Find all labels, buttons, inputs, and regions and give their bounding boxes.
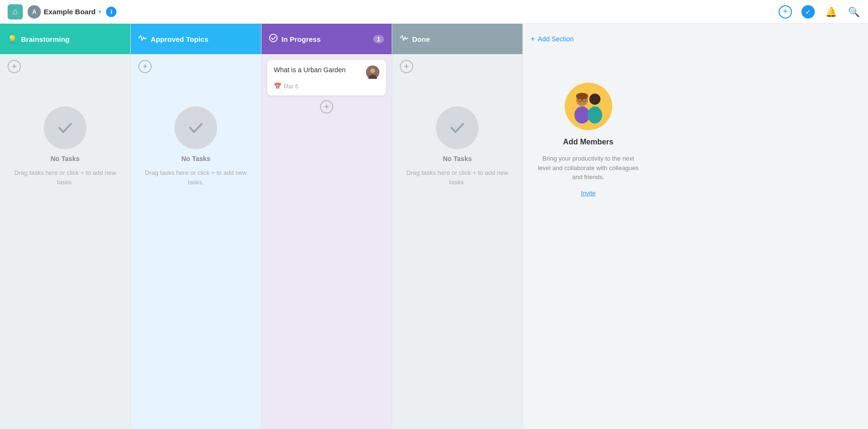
- header-left: ⌂ A Example Board ▾ i: [8, 4, 116, 19]
- empty-title-approved: No Tasks: [181, 155, 210, 162]
- empty-title-brainstorming: No Tasks: [50, 155, 79, 162]
- invite-link[interactable]: Invite: [581, 190, 596, 197]
- pulse-icon-approved: [138, 34, 147, 44]
- empty-check-icon-done: [436, 106, 479, 149]
- task-title: What is a Urban Garden: [274, 66, 366, 75]
- empty-title-done: No Tasks: [443, 155, 472, 162]
- column-header-brainstorming: 💡 Brainstorming: [0, 24, 130, 54]
- task-due-date: Mar 6: [284, 83, 299, 90]
- bulb-icon: 💡: [8, 35, 17, 44]
- members-illustration: [565, 83, 612, 130]
- empty-subtitle-done: Drag tasks here or click + to add new ta…: [398, 168, 517, 187]
- empty-state-done: No Tasks Drag tasks here or click + to a…: [398, 106, 517, 187]
- column-header-in-progress: In Progress 1: [261, 24, 392, 54]
- board-container: 💡 Brainstorming + No Tasks Drag tasks he…: [0, 24, 868, 429]
- board-selector[interactable]: A Example Board ▾: [28, 5, 101, 19]
- add-task-button-in-progress[interactable]: +: [320, 100, 333, 114]
- calendar-icon: 📅: [274, 83, 281, 90]
- column-in-progress: In Progress 1 What is a Urban Garden: [261, 24, 392, 429]
- notifications-bell-icon[interactable]: 🔔: [824, 5, 838, 19]
- header-right: + ✓ 🔔 🔍: [779, 5, 860, 19]
- task-card-top: What is a Urban Garden: [274, 66, 379, 79]
- task-assignee-avatar: [366, 66, 379, 79]
- search-icon[interactable]: 🔍: [847, 5, 860, 19]
- column-title-done: Done: [412, 35, 430, 43]
- column-body-done: + No Tasks Drag tasks here or click + to…: [392, 54, 522, 429]
- empty-check-icon-approved: [174, 106, 217, 149]
- svg-point-7: [589, 94, 600, 105]
- task-date: 📅 Mar 6: [274, 83, 379, 90]
- add-section-label: Add Section: [538, 35, 574, 43]
- column-body-in-progress: What is a Urban Garden 📅 Mar 6 +: [261, 54, 392, 429]
- empty-check-icon-brainstorming: [44, 106, 87, 149]
- svg-point-0: [270, 34, 277, 42]
- svg-point-9: [576, 93, 588, 99]
- add-members-title: Add Members: [563, 138, 614, 146]
- home-icon[interactable]: ⌂: [8, 4, 23, 19]
- chevron-down-icon: ▾: [98, 9, 101, 15]
- add-members-panel: Add Members Bring your productivity to t…: [523, 54, 654, 206]
- svg-point-2: [370, 68, 375, 73]
- info-icon[interactable]: i: [106, 7, 116, 17]
- empty-state-approved: No Tasks Drag tasks here or click + to a…: [136, 106, 255, 187]
- add-task-button-approved[interactable]: +: [138, 60, 152, 73]
- in-progress-badge: 1: [373, 35, 384, 43]
- column-approved-topics: Approved Topics + No Tasks Drag tasks he…: [131, 24, 261, 429]
- svg-point-4: [567, 85, 610, 128]
- empty-state-brainstorming: No Tasks Drag tasks here or click + to a…: [6, 106, 125, 187]
- column-title-approved: Approved Topics: [151, 35, 208, 43]
- column-body-approved: + No Tasks Drag tasks here or click + to…: [131, 54, 261, 429]
- plus-icon-add-section: +: [530, 35, 535, 43]
- pulse-icon-done: [400, 34, 408, 44]
- board-avatar: A: [28, 5, 41, 19]
- column-header-done: Done: [392, 24, 522, 54]
- column-header-approved: Approved Topics: [131, 24, 261, 54]
- header: ⌂ A Example Board ▾ i + ✓ 🔔 🔍: [0, 0, 868, 24]
- check-circle-icon: [269, 34, 278, 44]
- column-title-brainstorming: Brainstorming: [21, 35, 70, 43]
- svg-point-8: [588, 106, 602, 124]
- add-members-description: Bring your productivity to the next leve…: [537, 154, 639, 182]
- column-title-in-progress: In Progress: [281, 35, 321, 43]
- svg-point-6: [574, 106, 589, 124]
- add-task-button-done[interactable]: +: [400, 60, 413, 73]
- add-button[interactable]: +: [779, 5, 792, 19]
- add-section-column: + Add Section: [523, 24, 654, 429]
- add-section-button[interactable]: + Add Section: [523, 24, 654, 54]
- empty-subtitle-brainstorming: Drag tasks here or click + to add new ta…: [6, 168, 125, 187]
- my-tasks-button[interactable]: ✓: [801, 5, 815, 19]
- task-card-urban-garden[interactable]: What is a Urban Garden 📅 Mar 6: [267, 60, 386, 95]
- add-task-button-brainstorming[interactable]: +: [8, 60, 21, 73]
- board-name: Example Board: [44, 8, 96, 16]
- column-body-brainstorming: + No Tasks Drag tasks here or click + to…: [0, 54, 130, 429]
- empty-subtitle-approved: Drag tasks here or click + to add new ta…: [136, 168, 255, 187]
- column-done: Done + No Tasks Drag tasks here or click…: [392, 24, 523, 429]
- column-brainstorming: 💡 Brainstorming + No Tasks Drag tasks he…: [0, 24, 131, 429]
